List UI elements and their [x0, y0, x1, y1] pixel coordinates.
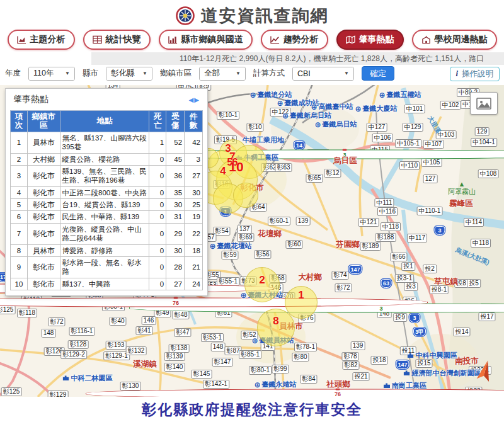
help-button[interactable]: i 操作說明	[450, 67, 500, 81]
hotspot-row[interactable]: 8員林市博愛路、靜修路03018	[11, 244, 203, 256]
highway-shield: 3甲	[413, 328, 426, 336]
cell: 27	[185, 165, 203, 186]
cell: 19	[185, 211, 203, 223]
poi-label: 經濟部中台灣創新園區	[404, 368, 481, 378]
cell: 9	[11, 256, 28, 278]
method-select[interactable]: CBI▼	[293, 67, 353, 80]
cell: 彰化市	[27, 256, 60, 278]
station-icon: ⊕	[314, 121, 321, 127]
highway-shield: 76	[86, 389, 504, 397]
cell: 24	[185, 278, 203, 290]
poi-name: 南崗工業區	[392, 381, 427, 391]
road-label: 中104-1	[471, 138, 497, 147]
road-label: 投17	[478, 312, 495, 321]
cell: 10	[11, 278, 28, 290]
hotspot-marker-10[interactable]: 10	[229, 159, 243, 174]
hotspot-row[interactable]: 9彰化市彰水路一段、無名、彰水路02821	[11, 256, 203, 278]
school-icon	[421, 35, 431, 44]
submit-button[interactable]: 確定	[362, 66, 394, 81]
main-nav: 主題分析統計快覽縣市鄉鎮與國道趨勢分析肇事熱點學校周邊熱點	[0, 30, 504, 50]
collapse-panel-icon[interactable]: ◀▶	[189, 96, 200, 103]
help-label: 操作說明	[462, 69, 493, 79]
nav-label: 趨勢分析	[284, 34, 319, 45]
hotspot-row[interactable]: 5彰化市台19、縱貫公路、縣13903025	[11, 199, 203, 211]
town-select[interactable]: 全部▼	[200, 67, 245, 80]
north-arrow-icon	[476, 360, 494, 382]
county-value: 彰化縣	[111, 68, 135, 79]
hotspot-row[interactable]: 2大村鄉縱貫公路、櫻花路0453	[11, 153, 203, 165]
hotspot-row[interactable]: 10彰化市縣137、中興路02724	[11, 278, 203, 290]
county-select[interactable]: 彰化縣▼	[106, 67, 152, 80]
district-label: 溪湖鎮	[133, 359, 157, 370]
road-label: 彰66	[390, 253, 407, 261]
cell: 縣139、無名、三民路、民生路、和平路196巷	[60, 165, 149, 186]
district-label: 烏日區	[333, 156, 357, 166]
road-label: 彰56	[254, 250, 271, 259]
hotspot-marker-1[interactable]: 1	[298, 289, 304, 302]
cell: 博愛路、靜修路	[60, 244, 149, 256]
hotspot-panel-header: 肇事熱點 ◀▶	[6, 89, 207, 110]
year-select[interactable]: 110年▼	[29, 67, 74, 80]
road-label: 彰72	[48, 317, 65, 326]
nav-button-trend-line[interactable]: 趨勢分析	[261, 30, 328, 50]
road-label: 中105-1	[395, 139, 421, 148]
cell: 0	[149, 223, 166, 244]
hotspot-marker-8[interactable]: 8	[273, 315, 278, 328]
station-name: 臺鐵永靖站	[262, 380, 297, 389]
cell: 30	[166, 244, 185, 256]
chevron-down-icon: ▼	[236, 71, 241, 76]
hotspot-row[interactable]: 3彰化市縣139、無名、三民路、民生路、和平路196巷03627	[11, 165, 203, 186]
cell: 4	[11, 186, 28, 198]
road-label: 中118	[381, 222, 401, 231]
station-name: 高鐵臺中站	[319, 102, 353, 111]
method-value: CBI	[297, 69, 311, 78]
district-label: 大村鄉	[298, 272, 322, 283]
poi-label: 中科中興園區	[408, 351, 457, 360]
cell: 22	[185, 223, 203, 244]
nav-button-map-fold[interactable]: 肇事熱點	[336, 30, 404, 50]
factory-icon	[384, 383, 390, 388]
hotspot-marker-4[interactable]: 4	[220, 165, 226, 178]
road-label: 中110	[399, 161, 420, 170]
station-icon: ⊕	[277, 100, 283, 106]
hotspot-row[interactable]: 7彰化市光復路、縱貫公路、中山路二段644巷02922	[11, 223, 203, 244]
nav-button-table-grid[interactable]: 統計快覽	[83, 30, 151, 50]
panel-title: 肇事熱點	[13, 94, 49, 105]
image-icon	[476, 98, 491, 110]
nav-button-school[interactable]: 學校周邊熱點	[412, 30, 497, 50]
year-value: 110年	[33, 68, 54, 79]
cell: 彰化市	[27, 211, 60, 223]
basemap-toggle-button[interactable]	[470, 92, 498, 115]
road-label: 中127	[367, 123, 387, 132]
station-icon: ⊕	[254, 381, 260, 387]
road-label: 彰142-1	[203, 380, 229, 389]
cell: 5	[11, 199, 28, 211]
road-label: 129	[475, 127, 490, 136]
hotspot-row[interactable]: 4彰化市中正路二段800巷、中央路03530	[11, 186, 203, 198]
hotspot-table: 項次鄉鎮市區地點死亡受傷件數 1員林市無名、縣137、山腳路六段395巷1524…	[10, 110, 203, 290]
hotspot-marker-2[interactable]: 2	[259, 274, 265, 287]
cell: 員林市	[27, 132, 60, 153]
cell: 台19、縱貫公路、縣139	[60, 199, 149, 211]
nav-button-bar-chart[interactable]: 縣市鄉鎮與國道	[159, 30, 253, 50]
road-label: 彰130	[120, 382, 141, 391]
cell: 3	[11, 165, 28, 186]
road-label: 投5	[467, 279, 481, 288]
highway-shield: 3	[435, 226, 445, 235]
page-title: 道安資訊查詢網	[201, 4, 329, 27]
district-label: 花壇鄉	[258, 229, 282, 239]
cell: 0	[149, 278, 166, 290]
road-label: 中121	[358, 218, 379, 227]
cell: 7	[11, 223, 28, 244]
road-label: 彰129-2	[60, 350, 87, 359]
nav-button-area-chart[interactable]: 主題分析	[8, 30, 75, 50]
road-label: 彰12	[324, 169, 341, 178]
hotspot-row[interactable]: 6彰化市民生路、中華路、縣13903119	[11, 211, 203, 223]
hotspot-row[interactable]: 1員林市無名、縣137、山腳路六段395巷15242	[11, 132, 203, 153]
station-label: ⊕臺鐵大慶站	[355, 104, 397, 113]
chevron-down-icon: ▼	[65, 71, 70, 76]
nav-label: 主題分析	[30, 34, 66, 45]
map-canvas[interactable]: 肇事熱點 ◀▶ 項次鄉鎮市區地點死亡受傷件數 1員林市無名、縣137、山腳路六段…	[0, 85, 504, 397]
cell: 民生路、中華路、縣139	[60, 211, 149, 223]
factory-icon	[63, 375, 69, 380]
